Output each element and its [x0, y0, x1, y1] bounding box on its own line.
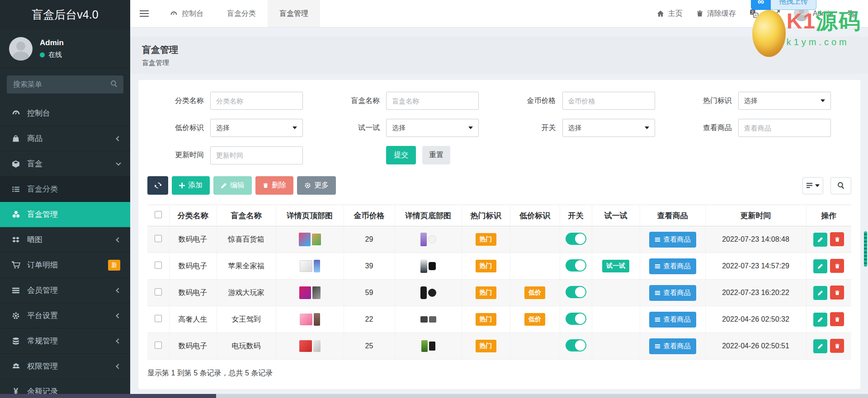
table-header-row: 分类名称 盲盒名称 详情页顶部图 金币价格 详情页底部图 热门标识 低价标识 开… — [147, 205, 851, 226]
sidebar-item-general[interactable]: 常规管理 — [0, 328, 130, 354]
clear-cache-link[interactable]: 清除缓存 — [696, 9, 736, 19]
cheap-flag-select[interactable]: 选择 — [210, 119, 303, 137]
switch-toggle[interactable] — [566, 286, 586, 298]
more-button[interactable]: 更多 — [297, 176, 336, 195]
user-avatar — [9, 37, 33, 61]
try-select[interactable]: 选择 — [386, 119, 479, 137]
view-goods-button[interactable]: 查看商品 — [649, 285, 696, 301]
hot-flag-select[interactable]: 选择 — [738, 92, 831, 110]
export-button[interactable] — [802, 177, 823, 194]
add-button[interactable]: 添加 — [172, 176, 210, 195]
row-delete-button[interactable] — [830, 312, 844, 326]
row-delete-button[interactable] — [830, 286, 844, 300]
sidebar-search-input[interactable] — [7, 75, 123, 94]
drag-upload-button[interactable]: 拖拽上传 — [771, 0, 816, 10]
horizontal-scrollbar[interactable] — [0, 394, 868, 398]
view-goods-button[interactable]: 查看商品 — [649, 232, 696, 248]
caret-down-icon — [815, 184, 820, 187]
switch-select[interactable]: 选择 — [562, 119, 655, 137]
row-delete-button[interactable] — [830, 259, 844, 273]
switch-toggle[interactable] — [566, 259, 586, 272]
row-delete-button[interactable] — [830, 232, 844, 246]
row-edit-button[interactable] — [813, 339, 827, 353]
filter-actions: 提交 重置 — [323, 146, 499, 164]
caret-down-icon — [468, 126, 473, 129]
row-checkbox[interactable] — [155, 262, 162, 269]
sidebar-item-blindbox[interactable]: 盲盒 — [0, 151, 130, 177]
fullscreen-button[interactable] — [772, 9, 780, 18]
drag-upload-widget[interactable]: ∞ 拖拽上传 — [751, 0, 816, 10]
update-time-input[interactable] — [210, 146, 303, 164]
hot-badge: 热门 — [476, 313, 496, 326]
chevron-left-icon — [116, 364, 121, 369]
filter-label: 金币价格 — [500, 96, 556, 106]
row-delete-button[interactable] — [830, 339, 844, 353]
sidebar-item-goods[interactable]: 商品 — [0, 126, 130, 151]
row-checkbox[interactable] — [155, 235, 162, 242]
navbar-user-label: Admin — [813, 9, 833, 18]
delete-button[interactable]: 删除 — [255, 176, 293, 195]
tab-dashboard[interactable]: 控制台 — [158, 0, 215, 27]
chevron-left-icon — [116, 338, 121, 343]
sidebar-user-panel: Admin 在线 — [0, 29, 130, 68]
coin-price-input[interactable] — [562, 92, 655, 110]
list-icon — [655, 343, 660, 349]
content: 盲盒管理 盲盒管理 分类名称 盲盒名称 金币价格 热门标识 — [130, 28, 868, 398]
select-all-checkbox[interactable] — [155, 211, 162, 218]
tab-blindbox-category[interactable]: 盲盒分类 — [215, 0, 268, 27]
sidebar-item-members[interactable]: 会员管理 — [0, 278, 130, 303]
search-toggle-button[interactable] — [830, 177, 851, 194]
category-name-input[interactable] — [210, 92, 303, 110]
col-header: 开关 — [560, 205, 592, 226]
sidebar-toggle-button[interactable] — [130, 0, 158, 27]
database-icon — [11, 337, 21, 345]
home-link[interactable]: 主页 — [656, 9, 683, 19]
cubes-icon — [11, 210, 21, 219]
language-switch-button[interactable]: 文A — [750, 9, 759, 18]
detail-bottom-image — [395, 316, 462, 323]
view-goods-input[interactable] — [738, 119, 831, 137]
sidebar-item-label: 权限管理 — [27, 361, 110, 371]
sidebar-item-dashboard[interactable]: 控制台 — [0, 101, 130, 126]
view-goods-button[interactable]: 查看商品 — [649, 258, 696, 274]
submit-button[interactable]: 提交 — [386, 146, 416, 164]
view-goods-button[interactable]: 查看商品 — [649, 312, 696, 328]
trash-icon — [835, 343, 840, 349]
vertical-scrollbar-thumb[interactable] — [864, 231, 867, 267]
edit-button[interactable]: 编辑 — [213, 176, 252, 195]
sidebar-item-permissions[interactable]: 权限管理 — [0, 354, 130, 379]
tab-label: 盲盒管理 — [279, 9, 308, 19]
detail-bottom-image — [395, 340, 462, 352]
row-edit-button[interactable] — [813, 259, 827, 273]
row-checkbox[interactable] — [155, 315, 162, 322]
row-edit-button[interactable] — [813, 313, 827, 327]
sidebar-item-blindbox-manage[interactable]: 盲盒管理 — [0, 202, 130, 227]
sidebar-item-photos[interactable]: 晒图 — [0, 227, 130, 253]
box-name-input[interactable] — [386, 92, 479, 110]
row-edit-button[interactable] — [813, 286, 827, 300]
list-icon — [655, 237, 660, 243]
switch-toggle[interactable] — [566, 233, 586, 245]
filter-hot: 热门标识 选择 — [675, 92, 851, 110]
switch-toggle[interactable] — [566, 339, 586, 351]
refresh-button[interactable] — [147, 176, 168, 195]
hot-badge: 热门 — [476, 260, 496, 272]
reset-button[interactable]: 重置 — [422, 146, 450, 164]
horizontal-scrollbar-thumb[interactable] — [0, 394, 216, 398]
row-checkbox[interactable] — [155, 288, 162, 295]
col-header: 更新时间 — [705, 205, 806, 226]
sidebar-item-blindbox-category[interactable]: 盲盒分类 — [0, 177, 130, 202]
filter-try: 试一试 选择 — [323, 119, 499, 137]
trash-icon — [696, 9, 703, 18]
tab-blindbox-manage[interactable]: 盲盒管理 — [268, 0, 320, 27]
filter-label: 热门标识 — [675, 96, 732, 106]
row-edit-button[interactable] — [813, 233, 827, 247]
switch-toggle[interactable] — [566, 313, 586, 325]
view-goods-button[interactable]: 查看商品 — [649, 338, 696, 354]
sidebar-item-orders[interactable]: 订单明细 新 — [0, 253, 130, 278]
sidebar-item-platform-settings[interactable]: 平台设置 — [0, 303, 130, 328]
sidebar-item-label: 会员管理 — [27, 285, 110, 295]
settings-button[interactable] — [847, 9, 856, 18]
row-checkbox[interactable] — [155, 342, 162, 349]
search-icon[interactable] — [110, 80, 118, 89]
